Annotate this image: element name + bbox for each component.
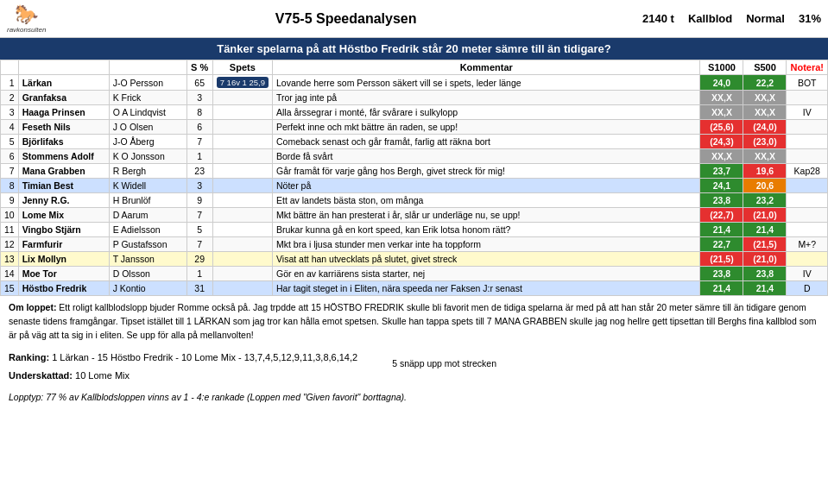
cell-trainer: H Brunlöf [109,193,186,208]
table-row: 10Lome MixD Aarum7Mkt bättre än han pres… [1,208,828,223]
cell-name: Feseth Nils [18,120,109,135]
cell-nr: 13 [1,252,19,267]
cell-name: Lärkan [18,75,109,91]
cell-notera [787,252,828,267]
cell-trainer: J O Olsen [109,120,186,135]
cell-name: Björlifaks [18,135,109,149]
cell-name: Timian Best [18,179,109,193]
cell-spets [212,179,272,193]
cell-spct: 65 [186,75,212,91]
cell-trainer: K Widell [109,179,186,193]
cell-s500: XX,X [743,105,787,120]
cell-spets [212,223,272,237]
cell-spets [212,208,272,223]
cell-notera: D [787,281,828,296]
underskattad-line: Underskattad: 10 Lome Mix [9,369,357,383]
cell-s1000: 21,4 [700,223,743,237]
cell-s500: 23,2 [743,193,787,208]
cell-name: Haaga Prinsen [18,105,109,120]
lopptyp-line: Lopptyp: 77 % av Kallblodsloppen vinns a… [9,391,819,405]
cell-kommentar: Mkt bra i ljusa stunder men verkar inte … [272,237,700,252]
cell-s500: (21,0) [743,252,787,267]
cell-notera [787,223,828,237]
cell-spct: 1 [186,149,212,164]
ranking-text: 1 Lärkan - 15 Höstbo Fredrik - 10 Lome M… [52,352,357,362]
cell-nr: 12 [1,237,19,252]
logo-icon: 🐎 [15,3,38,26]
cell-s1000: XX,X [700,149,743,164]
cell-s500: (24,0) [743,120,787,135]
cell-spets [212,237,272,252]
cell-s1000: XX,X [700,105,743,120]
cell-spct: 5 [186,223,212,237]
cell-kommentar: Gör en av karriärens sista starter, nej [272,267,700,281]
cell-nr: 6 [1,149,19,164]
cell-s500: 21,4 [743,281,787,296]
cell-kommentar: Brukar kunna gå en kort speed, kan Erik … [272,223,700,237]
cell-name: Stommens Adolf [18,149,109,164]
ranking-line: Ranking: 1 Lärkan - 15 Höstbo Fredrik - … [9,350,357,365]
cell-spct: 7 [186,237,212,252]
cell-trainer: D Aarum [109,208,186,223]
ranking-block: Ranking: 1 Lärkan - 15 Höstbo Fredrik - … [9,345,357,382]
table-row: 6Stommens AdolfK O Jonsson1Borde få svår… [1,149,828,164]
header-kommentar: Kommentar [272,60,700,75]
cell-kommentar: Tror jag inte på [272,91,700,105]
om-loppet: Om loppet: Ett roligt kallblodslopp bjud… [9,301,819,342]
header-s1000: S1000 [700,60,743,75]
race-info: 2140 t [642,12,674,25]
table-row: 7Mana GrabbenR Bergh23Går framåt för var… [1,164,828,179]
cell-kommentar: Visat att han utvecklats på slutet, give… [272,252,700,267]
cell-spets [212,267,272,281]
header-badges: 2140 t Kallblod Normal 31% [642,12,821,25]
table-row: 13Lix MollynT Jansson29Visat att han utv… [1,252,828,267]
cell-nr: 1 [1,75,19,91]
cell-s1000: (24,3) [700,135,743,149]
cell-spct: 8 [186,105,212,120]
header-spct: S % [186,60,212,75]
cell-spct: 3 [186,91,212,105]
cell-nr: 15 [1,281,19,296]
footer-section: Om loppet: Ett roligt kallblodslopp bjud… [0,296,828,410]
cell-kommentar: Borde få svårt [272,149,700,164]
cell-nr: 7 [1,164,19,179]
cell-nr: 10 [1,208,19,223]
cell-nr: 3 [1,105,19,120]
header-s500: S500 [743,60,787,75]
table-row: 15Höstbo FredrikJ Kontio31Har tagit steg… [1,281,828,296]
table-row: 1LärkanJ-O Persson657 16v 1 25,9Lovande … [1,75,828,91]
table-row: 3Haaga PrinsenO A Lindqvist8Alla årssegr… [1,105,828,120]
cell-nr: 4 [1,120,19,135]
cell-spets [212,164,272,179]
cell-kommentar: Lovande herre som Persson säkert vill se… [272,75,700,91]
cell-spets [212,135,272,149]
table-row: 8Timian BestK Widell3Nöter på24,120,6 [1,179,828,193]
cell-s1000: 21,4 [700,281,743,296]
underskattad-text: 10 Lome Mix [75,370,130,381]
cell-notera: IV [787,267,828,281]
blood: Kallblod [688,12,732,25]
table-row: 5BjörlifaksJ-O Åberg7Comeback senast och… [1,135,828,149]
cell-name: Lome Mix [18,208,109,223]
cell-spct: 29 [186,252,212,267]
cell-kommentar: Har tagit steget in i Eliten, nära speed… [272,281,700,296]
cell-spct: 23 [186,164,212,179]
cell-spets [212,105,272,120]
cell-s1000: XX,X [700,91,743,105]
cell-s1000: (21,5) [700,252,743,267]
cell-spct: 31 [186,281,212,296]
question-row: Tänker spelarna på att Höstbo Fredrik st… [0,38,828,60]
main-table: S % Spets Kommentar S1000 S500 Notera! 1… [0,60,828,296]
header-trainer [109,60,186,75]
header-nr [1,60,19,75]
cell-nr: 9 [1,193,19,208]
ranking-label: Ranking: [9,352,49,362]
cell-kommentar: Går framåt för varje gång hos Bergh, giv… [272,164,700,179]
table-row: 2GranfaksaK Frick3Tror jag inte påXX,XXX… [1,91,828,105]
cell-spct: 1 [186,267,212,281]
cell-trainer: J Kontio [109,281,186,296]
cell-s1000: (25,6) [700,120,743,135]
cell-kommentar: Alla årssegrar i monté, får svårare i su… [272,105,700,120]
snapp-block: 5 snäpp upp mot strecken [392,345,496,382]
cell-s1000: (22,7) [700,208,743,223]
